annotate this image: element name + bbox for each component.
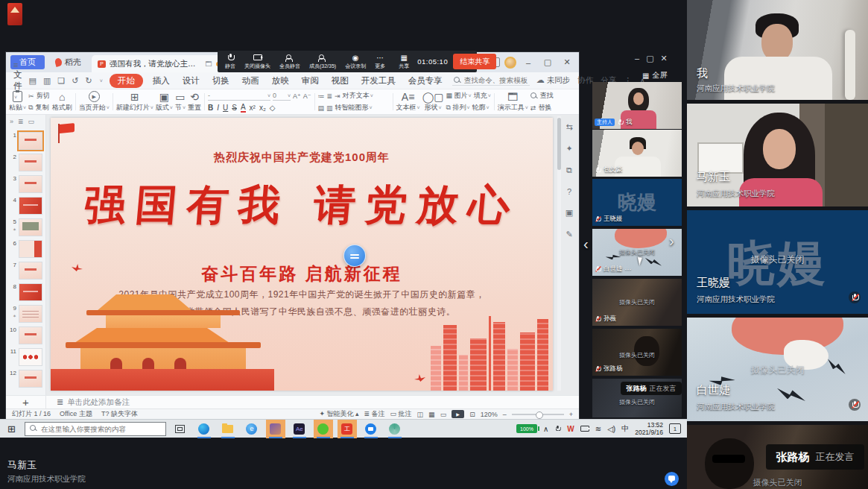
zoom-in-button[interactable]: + (569, 411, 573, 418)
notes-toggle[interactable]: ≣ 备注 (364, 409, 385, 419)
print-preview-icon[interactable]: ❏ (57, 76, 65, 86)
replace-button[interactable]: ⇄替换 (530, 103, 554, 113)
menu-tab-devtools[interactable]: 开发工具 (358, 74, 399, 88)
find-button[interactable]: 查找 (530, 91, 554, 101)
reset-button[interactable]: ⟲重置 (188, 91, 201, 113)
beautify-icon[interactable]: ✦ (566, 144, 572, 154)
taskbar-search-input[interactable] (41, 425, 153, 433)
tab-document[interactable]: P 强国有我，请党放心主题团课 🗔 (92, 55, 226, 72)
font-size-select[interactable]: 0˅ (273, 92, 291, 101)
slide-thumb-2[interactable]: 2 (7, 154, 44, 171)
format-painter-button[interactable]: ⌂格式刷 (52, 91, 72, 113)
more-button[interactable]: ⋯更多 (370, 54, 390, 70)
slide[interactable]: 热烈庆祝中国共产党建党100周年 强国有我 请党放心 奋斗百年路 启航新征程 2… (51, 118, 553, 391)
align-center-icon[interactable]: ▥ (326, 104, 333, 112)
inner-close-button[interactable]: ✕ (661, 54, 668, 63)
bullets-icon[interactable]: ≔ (318, 92, 325, 100)
numbering-icon[interactable]: ≣ (327, 92, 333, 100)
inner-video-tile[interactable]: 摄像头已关闭 白世婕⋯ (592, 229, 682, 276)
slideshow-play-button[interactable]: ▶ (452, 410, 464, 418)
sync-status[interactable]: ☁ 未同步 (536, 75, 570, 86)
fill-button[interactable]: 填充˅ (474, 91, 491, 101)
present-tools-button[interactable]: 🗔演示工具˅ (498, 91, 528, 113)
add-slide-button[interactable]: + (6, 396, 46, 408)
notes-placeholder[interactable]: ≣单击此处添加备注 (57, 397, 130, 408)
missing-font[interactable]: T? 缺失字体 (101, 409, 138, 419)
italic-button[interactable]: I (217, 104, 219, 112)
video-tile-partial[interactable]: 摄像头已关闭 张路杨正在发言 (687, 425, 868, 489)
battery-indicator[interactable]: 100% (516, 424, 537, 433)
slide-thumb-10[interactable]: 10 (7, 326, 44, 344)
reading-view-icon[interactable]: ▭ (440, 411, 447, 418)
file-explorer-icon[interactable] (218, 420, 238, 438)
inner-video-tile[interactable]: 摄像头已关闭 张路杨 (592, 329, 682, 376)
bold-button[interactable]: B (208, 104, 213, 112)
wps-close-button[interactable]: ✕ (560, 57, 574, 67)
menu-tab-review[interactable]: 审阅 (299, 74, 322, 88)
strike-button[interactable]: S (232, 104, 237, 112)
meeting-app-icon[interactable] (266, 420, 285, 438)
menu-tab-design[interactable]: 设计 (180, 74, 203, 88)
normal-view-icon[interactable]: ◫ (417, 411, 424, 418)
zoom-level[interactable]: 120% (481, 411, 498, 418)
slide-thumb-8[interactable]: 8 (7, 283, 44, 301)
new-slide-button[interactable]: ⊞新建幻灯片˅ (116, 91, 153, 113)
align-text-button[interactable]: 对齐文本˅ (343, 91, 373, 101)
thumb-view-icon[interactable]: ▭ (28, 118, 35, 125)
wechat-icon[interactable] (314, 420, 333, 438)
meeting-blue-icon[interactable] (361, 420, 381, 438)
tray-mic-icon[interactable] (555, 426, 560, 432)
menu-tab-insert[interactable]: 插入 (150, 74, 173, 88)
outline-button[interactable]: 轮廓˅ (472, 103, 490, 113)
redo-icon[interactable]: ↻ (85, 76, 92, 86)
align-left-icon[interactable]: ▤ (318, 104, 325, 112)
ime-indicator[interactable]: 中 (621, 423, 629, 434)
inner-video-tile[interactable]: 摄像头已关闭 孙薇 (592, 279, 682, 326)
menu-tab-start[interactable]: 开始 (110, 74, 143, 88)
task-view-button[interactable] (171, 420, 190, 438)
tray-w-icon[interactable]: W (567, 425, 574, 433)
slide-thumb-3[interactable]: 3 (7, 175, 44, 193)
video-tile[interactable]: 马新玉 河南应用技术职业学院 (687, 104, 868, 206)
section-button[interactable]: ▭节˅ (175, 91, 186, 113)
tray-camera-icon[interactable] (580, 426, 589, 432)
arrange-button[interactable]: ⧉ 排列˅ (446, 103, 470, 113)
inner-minimize-button[interactable]: – (635, 54, 639, 63)
textbox-button[interactable]: A≡文本框˅ (396, 91, 420, 113)
command-search[interactable] (452, 75, 530, 86)
smart-beautify-button[interactable]: ✦ 智能美化 ▴ (319, 409, 358, 419)
superscript-button[interactable]: x² (250, 104, 256, 112)
subscript-button[interactable]: x₂ (259, 104, 266, 112)
camera-off-button[interactable]: 关闭摄像头 (240, 54, 275, 70)
red-app-icon[interactable]: 工 (338, 420, 357, 438)
slide-thumb-4[interactable]: 4 (7, 197, 44, 215)
menu-tab-transition[interactable]: 切换 (209, 74, 232, 88)
video-tile[interactable]: 摄像头已关闭 白世婕 河南应用技术职业学院 (687, 318, 868, 421)
panel-icon[interactable]: ▣ (566, 208, 573, 218)
volume-icon[interactable]: ◁) (607, 425, 615, 433)
outline-view-icon[interactable]: ≣ (18, 118, 24, 125)
duplicate-slide-icon[interactable]: ⧉ (566, 165, 572, 175)
meeting-annotation-bubble[interactable] (343, 245, 366, 267)
members-button[interactable]: 成员(32/35) (305, 54, 340, 70)
tile-more-icon[interactable]: ⋯ (625, 265, 632, 273)
increase-font-icon[interactable]: A⁺ (293, 92, 301, 100)
underline-button[interactable]: U (223, 104, 228, 112)
slide-thumb-12[interactable]: 12 (7, 370, 44, 388)
indent-icon[interactable]: ⇥ (335, 92, 340, 100)
menu-tab-view[interactable]: 视图 (329, 74, 352, 88)
after-effects-icon[interactable]: Ae (290, 420, 309, 438)
decrease-font-icon[interactable]: A⁻ (303, 92, 311, 100)
wps-minimize-button[interactable]: – (521, 58, 536, 67)
slide-eyebrow-text[interactable]: 热烈庆祝中国共产党建党100周年 (51, 151, 553, 165)
slide-thumb-6[interactable]: 6 (7, 240, 44, 258)
slide-title-text[interactable]: 强国有我 请党放心 (51, 177, 553, 234)
fullscreen-button[interactable]: ▦全屏 (642, 70, 667, 81)
green-swirl-icon[interactable] (385, 420, 405, 438)
comments-toggle[interactable]: ▭ 批注 (390, 409, 412, 419)
wps-maximize-button[interactable]: ▢ (540, 57, 555, 67)
zoom-out-button[interactable]: – (503, 411, 507, 418)
edge-browser-icon[interactable] (194, 420, 214, 438)
inner-maximize-button[interactable]: ▢ (646, 54, 653, 63)
slide-scrollbar[interactable] (557, 116, 561, 391)
